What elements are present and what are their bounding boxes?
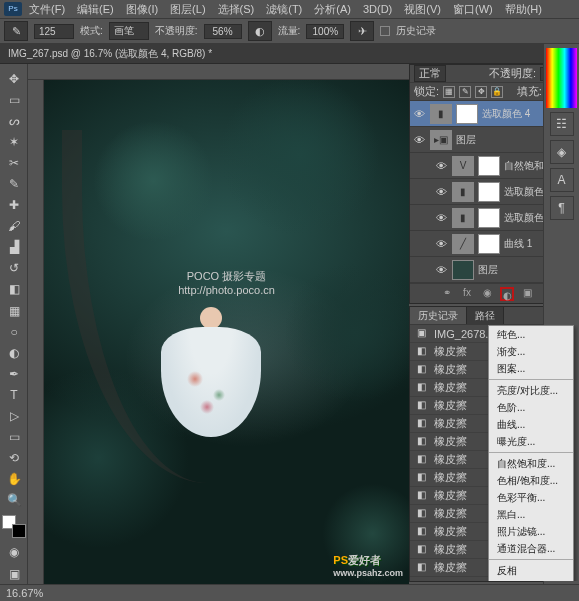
lock-pixels-icon[interactable]: ✎ [459,86,471,98]
group-icon[interactable]: ▣ [520,287,534,301]
zoom-level[interactable]: 16.67% [6,587,43,599]
menu-select[interactable]: 选择(S) [213,2,260,17]
adjustment-thumb-icon: ▮ [452,208,474,228]
heal-tool[interactable]: ✚ [2,196,26,215]
menu-file[interactable]: 文件(F) [24,2,70,17]
menu-item[interactable]: 渐变... [489,343,573,360]
document-tab[interactable]: IMG_267.psd @ 16.7% (选取颜色 4, RGB/8) * [0,44,579,64]
menu-item[interactable]: 通道混合器... [489,540,573,557]
lock-all-icon[interactable]: 🔒 [491,86,503,98]
history-step-name: 橡皮擦 [434,506,467,521]
color-swatches-panel[interactable] [546,48,577,108]
visibility-icon[interactable]: 👁 [412,134,426,146]
menu-item[interactable]: 照片滤镜... [489,523,573,540]
zoom-tool[interactable]: 🔍 [2,491,26,510]
menu-item[interactable]: 自然饱和度... [489,455,573,472]
visibility-icon[interactable]: 👁 [434,160,448,172]
blur-tool[interactable]: ○ [2,322,26,341]
history-brush-tool[interactable]: ↺ [2,259,26,278]
3d-tool[interactable]: ⟲ [2,449,26,468]
layer-name: 图层 [456,133,476,147]
paths-tab[interactable]: 路径 [467,307,504,324]
options-bar: ✎ 125 模式: 画笔 不透明度: 56% ◐ 流量: 100% ✈ 历史记录 [0,18,579,44]
side-icon-3[interactable]: A [550,168,574,192]
menu-item[interactable]: 反相 [489,562,573,579]
app-logo[interactable]: Ps [4,2,22,16]
menu-3d[interactable]: 3D(D) [358,3,397,15]
menu-analysis[interactable]: 分析(A) [309,2,356,17]
ruler-horizontal[interactable] [28,64,409,80]
dodge-tool[interactable]: ◐ [2,343,26,362]
menu-item[interactable]: 色调分离... [489,579,573,581]
history-step-icon: ◧ [414,345,428,359]
opacity-input[interactable]: 56% [204,24,242,39]
menu-filter[interactable]: 滤镜(T) [261,2,307,17]
blend-mode-select[interactable]: 正常 [414,65,446,82]
menu-image[interactable]: 图像(I) [121,2,163,17]
pressure-opacity-icon[interactable]: ◐ [248,21,272,41]
visibility-icon[interactable]: 👁 [412,108,426,120]
lock-transparency-icon[interactable]: ▦ [443,86,455,98]
ruler-vertical[interactable] [28,80,44,584]
history-checkbox[interactable] [380,26,390,36]
wand-tool[interactable]: ✶ [2,132,26,151]
layer-mask-thumb [478,208,500,228]
menu-item[interactable]: 曝光度... [489,433,573,450]
crop-tool[interactable]: ✂ [2,153,26,172]
marquee-tool[interactable]: ▭ [2,90,26,109]
eraser-tool[interactable]: ◧ [2,280,26,299]
visibility-icon[interactable]: 👁 [434,238,448,250]
quickmask-icon[interactable]: ◉ [2,543,26,562]
side-icon-4[interactable]: ¶ [550,196,574,220]
menu-item[interactable]: 曲线... [489,416,573,433]
lasso-tool[interactable]: ᔕ [2,111,26,130]
menu-layer[interactable]: 图层(L) [165,2,210,17]
flow-input[interactable]: 100% [306,24,344,39]
brush-icon[interactable]: ✎ [4,21,28,41]
menu-edit[interactable]: 编辑(E) [72,2,119,17]
gradient-tool[interactable]: ▦ [2,301,26,320]
pen-tool[interactable]: ✒ [2,364,26,383]
mode-select[interactable]: 画笔 [109,22,149,40]
side-icon-1[interactable]: ☷ [550,112,574,136]
fx-icon[interactable]: fx [460,287,474,301]
type-tool[interactable]: T [2,385,26,404]
color-swatches[interactable] [2,515,26,538]
mask-icon[interactable]: ◉ [480,287,494,301]
hand-tool[interactable]: ✋ [2,470,26,489]
menu-item[interactable]: 亮度/对比度... [489,382,573,399]
eyedropper-tool[interactable]: ✎ [2,174,26,193]
path-tool[interactable]: ▷ [2,407,26,426]
stamp-tool[interactable]: ▟ [2,238,26,257]
menu-view[interactable]: 视图(V) [399,2,446,17]
brush-size-select[interactable]: 125 [34,24,74,39]
history-tab[interactable]: 历史记录 [410,307,467,324]
layer-mask-thumb [478,182,500,202]
history-step-name: 橡皮擦 [434,344,467,359]
side-icon-2[interactable]: ◈ [550,140,574,164]
document-image[interactable]: POCO 摄影专题 http://photo.poco.cn PS爱好者 www… [44,80,409,584]
menu-item[interactable]: 黑白... [489,506,573,523]
menu-item[interactable]: 色阶... [489,399,573,416]
history-step-name: 橡皮擦 [434,416,467,431]
menu-item[interactable]: 图案... [489,360,573,377]
menu-help[interactable]: 帮助(H) [500,2,547,17]
move-tool[interactable]: ✥ [2,69,26,88]
menu-item[interactable]: 纯色... [489,326,573,343]
airbrush-icon[interactable]: ✈ [350,21,374,41]
screenmode-icon[interactable]: ▣ [2,564,26,583]
adjustment-layer-icon[interactable]: ◐ [500,287,514,301]
menu-window[interactable]: 窗口(W) [448,2,498,17]
history-step-icon: ◧ [414,543,428,557]
adjustment-context-menu: 纯色...渐变...图案...亮度/对比度...色阶...曲线...曝光度...… [488,325,574,581]
link-layers-icon[interactable]: ⚭ [440,287,454,301]
lock-position-icon[interactable]: ✥ [475,86,487,98]
visibility-icon[interactable]: 👁 [434,264,448,276]
visibility-icon[interactable]: 👁 [434,186,448,198]
menu-item[interactable]: 色相/饱和度... [489,472,573,489]
brush-tool[interactable]: 🖌 [2,217,26,236]
shape-tool[interactable]: ▭ [2,428,26,447]
menu-item[interactable]: 色彩平衡... [489,489,573,506]
adjustment-thumb-icon: ▮ [452,182,474,202]
visibility-icon[interactable]: 👁 [434,212,448,224]
